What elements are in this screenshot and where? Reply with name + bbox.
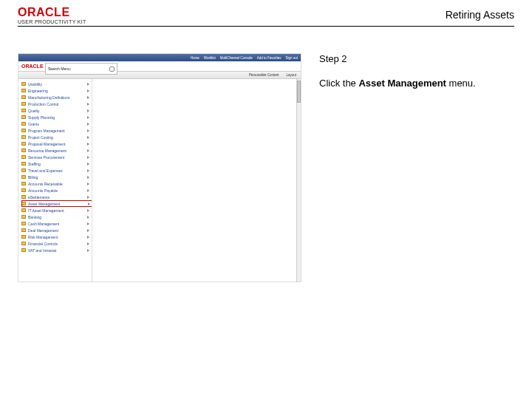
menu-item-label: Staffing	[28, 162, 41, 166]
menu-item[interactable]: Cash Management	[21, 220, 92, 227]
folder-icon	[21, 89, 26, 92]
instruction-text: Click the Asset Management menu.	[319, 78, 514, 89]
folder-icon	[21, 235, 26, 239]
nav-worklist[interactable]: Worklist	[204, 56, 216, 60]
menu-item[interactable]: Production Control	[21, 100, 92, 107]
scrollbar-thumb[interactable]	[297, 81, 301, 103]
content-row: Home Worklist MultiChannel Console Add t…	[18, 53, 514, 282]
folder-icon	[21, 162, 26, 166]
folder-icon	[21, 115, 26, 119]
menu-item[interactable]: Risk Management	[21, 233, 92, 240]
folder-icon	[21, 109, 26, 112]
menu-item[interactable]: Proposal Management	[21, 140, 92, 147]
menu-item[interactable]: Financial Controls	[21, 240, 92, 247]
chevron-right-icon	[87, 196, 89, 199]
doc-header: ORACLE USER PRODUCTIVITY KIT Retiring As…	[18, 6, 514, 27]
app-topbar: Home Worklist MultiChannel Console Add t…	[18, 54, 301, 61]
chevron-right-icon	[88, 202, 90, 205]
folder-icon	[21, 142, 26, 146]
menu-item[interactable]: Travel and Expenses	[21, 167, 92, 174]
menu-item[interactable]: Supply Planning	[21, 114, 92, 120]
folder-icon	[21, 95, 26, 99]
menu-item[interactable]: Banking	[21, 214, 92, 220]
folder-icon	[21, 129, 26, 132]
chevron-right-icon	[87, 236, 89, 239]
chevron-right-icon	[87, 109, 89, 112]
folder-icon	[21, 168, 26, 172]
chevron-right-icon	[87, 96, 89, 99]
menu-item-label: Manufacturing Definitions	[28, 95, 69, 100]
app-body: UsabilityEngineeringManufacturing Defini…	[18, 79, 301, 282]
menu-item-label: Resource Management	[28, 149, 66, 153]
menu-item[interactable]: Asset Management	[21, 200, 92, 207]
menu-item-label: Quality	[28, 109, 40, 113]
chevron-right-icon	[87, 89, 89, 92]
menu-item-label: Risk Management	[28, 235, 58, 239]
menu-item-label: Grants	[28, 122, 39, 126]
main-content-area	[92, 79, 301, 282]
chevron-right-icon	[87, 123, 89, 126]
menu-item[interactable]: Grants	[21, 120, 92, 127]
menu-item[interactable]: Program Management	[21, 127, 92, 134]
folder-icon	[21, 175, 26, 179]
chevron-right-icon	[87, 149, 89, 152]
menu-item[interactable]: Services Procurement	[21, 154, 92, 160]
menu-item[interactable]: Staffing	[21, 160, 92, 167]
page: ORACLE USER PRODUCTIVITY KIT Retiring As…	[0, 0, 532, 399]
folder-icon	[21, 182, 26, 185]
folder-icon	[21, 149, 26, 152]
menu-item-label: Program Management	[28, 129, 65, 133]
menu-item[interactable]: Manufacturing Definitions	[21, 94, 92, 100]
menu-item[interactable]: Engineering	[21, 87, 92, 94]
scrollbar[interactable]	[296, 79, 301, 282]
folder-icon	[21, 135, 26, 139]
chevron-right-icon	[87, 222, 89, 225]
menu-item-label: Accounts Payable	[28, 188, 58, 193]
nav-signout[interactable]: Sign out	[285, 56, 298, 60]
menu-item[interactable]: VAT and Intrastat	[21, 247, 92, 253]
folder-icon	[21, 122, 26, 126]
personalize-content-link[interactable]: Personalize Content	[249, 73, 279, 77]
menu-item-label: Accounts Receivable	[28, 182, 63, 186]
chevron-right-icon	[87, 209, 89, 212]
nav-home[interactable]: Home	[191, 56, 200, 60]
menu-item-label: Billing	[28, 175, 38, 180]
nav-menu: UsabilityEngineeringManufacturing Defini…	[18, 79, 92, 282]
search-menu-box[interactable]: Search Menu:	[45, 63, 117, 75]
nav-add-favorites[interactable]: Add to Favorites	[257, 56, 282, 60]
chevron-right-icon	[87, 249, 89, 252]
menu-item-label: IT Asset Management	[28, 208, 64, 213]
menu-item[interactable]: Project Costing	[21, 134, 92, 140]
menu-item[interactable]: IT Asset Management	[21, 207, 92, 214]
menu-item[interactable]: Resource Management	[21, 147, 92, 154]
search-menu-label: Search Menu:	[48, 66, 71, 71]
menu-item[interactable]: Quality	[21, 107, 92, 114]
folder-icon	[21, 215, 26, 219]
menu-item-label: Project Costing	[28, 135, 53, 140]
menu-item-label: Cash Management	[28, 222, 59, 226]
folder-icon	[21, 102, 26, 106]
chevron-right-icon	[87, 169, 89, 172]
chevron-right-icon	[87, 136, 89, 139]
folder-icon	[21, 228, 26, 232]
folder-icon	[21, 188, 26, 192]
chevron-right-icon	[87, 242, 89, 245]
menu-item[interactable]: Usability	[21, 81, 92, 87]
chevron-right-icon	[87, 163, 89, 166]
chevron-right-icon	[87, 229, 89, 232]
oracle-wordmark: ORACLE	[18, 6, 86, 19]
menu-item[interactable]: Deal Management	[21, 227, 92, 233]
menu-item[interactable]: eSettlements	[21, 194, 92, 200]
menu-item[interactable]: Billing	[21, 174, 92, 180]
instruction-column: Step 2 Click the Asset Management menu.	[301, 53, 514, 282]
folder-icon	[21, 155, 26, 159]
menu-item[interactable]: Accounts Receivable	[21, 180, 92, 187]
folder-icon	[21, 195, 26, 199]
folder-icon	[21, 202, 26, 205]
search-go-icon[interactable]	[109, 66, 115, 72]
menu-item-label: eSettlements	[28, 195, 50, 200]
layout-link[interactable]: Layout	[286, 73, 296, 77]
menu-item-label: Financial Controls	[28, 242, 58, 246]
menu-item[interactable]: Accounts Payable	[21, 187, 92, 194]
nav-mcc[interactable]: MultiChannel Console	[220, 56, 253, 60]
